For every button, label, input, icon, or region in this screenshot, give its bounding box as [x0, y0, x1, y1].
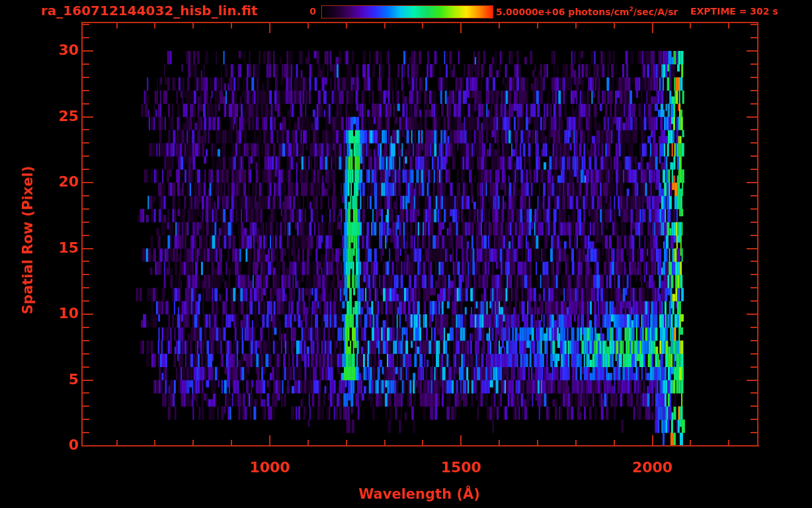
colorbar-units-suffix: /sec/A/sr — [633, 7, 678, 17]
x-tick-label: 1500 — [441, 459, 481, 476]
colorbar-gradient — [322, 6, 493, 18]
y-tick-label: 10 — [39, 305, 79, 321]
x-tick-label: 2000 — [632, 459, 672, 476]
x-tick-label: 1000 — [249, 459, 290, 476]
colorbar-min-label: 0 — [296, 6, 316, 17]
y-tick-label: 30 — [39, 42, 79, 58]
spectrogram-canvas — [0, 0, 812, 508]
y-axis-title: Spatial Row (Pixel) — [20, 166, 36, 314]
y-tick-label: 0 — [39, 437, 79, 453]
exptime-label: EXPTIME = 302 s — [690, 6, 778, 17]
y-tick-label: 5 — [39, 370, 79, 387]
x-axis-title: Wavelength (Å) — [358, 486, 480, 502]
app-window: ra_160712144032_hisb_lin.fit 0 5.00000e+… — [0, 0, 812, 508]
y-tick-label: 20 — [39, 173, 79, 190]
colorbar-max-value: 5.00000e+06 — [496, 7, 565, 17]
y-tick-label: 25 — [39, 107, 79, 124]
colorbar — [321, 5, 493, 19]
colorbar-units-prefix: photons/cm — [565, 7, 629, 17]
y-tick-label: 15 — [39, 239, 79, 255]
file-title: ra_160712144032_hisb_lin.fit — [41, 3, 258, 19]
colorbar-max-label: 5.00000e+06 photons/cm2/sec/A/sr — [496, 6, 678, 17]
